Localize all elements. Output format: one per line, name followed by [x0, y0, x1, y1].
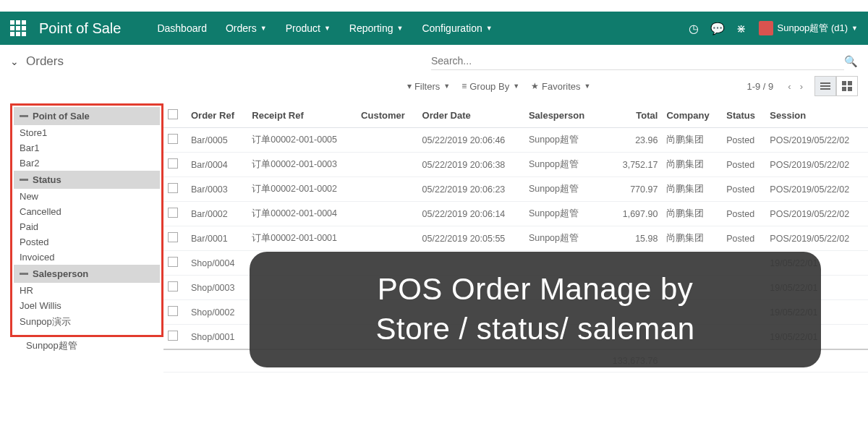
column-header[interactable]: Receipt Ref: [247, 103, 357, 128]
nav-item-orders[interactable]: Orders▼: [218, 18, 274, 38]
row-checkbox[interactable]: [168, 208, 178, 218]
cell: Bar/0002: [187, 202, 247, 226]
cell: POS/2019/05/22/02: [765, 202, 868, 226]
overlay-line2: Store / status/ saleman: [375, 310, 694, 349]
sidebar-item[interactable]: Bar2: [14, 156, 160, 171]
row-checkbox[interactable]: [168, 183, 178, 193]
column-header[interactable]: Order Ref: [187, 103, 247, 128]
sidebar-item[interactable]: Invoiced: [14, 250, 160, 265]
apps-icon[interactable]: [10, 20, 26, 36]
nav-item-reporting[interactable]: Reporting▼: [342, 18, 411, 38]
row-checkbox[interactable]: [168, 281, 178, 292]
sidebar-item[interactable]: Cancelled: [14, 204, 160, 219]
cell: Posted: [722, 153, 765, 177]
collapse-icon: [20, 115, 28, 117]
table-row[interactable]: Bar/0002订单00002-001-000405/22/2019 20:06…: [163, 202, 868, 226]
select-all-checkbox[interactable]: [168, 109, 178, 119]
table-row[interactable]: Bar/0003订单00002-001-000205/22/2019 20:06…: [163, 177, 868, 202]
collapse-icon[interactable]: ⌄: [10, 56, 19, 67]
cell: 05/22/2019 20:06:38: [418, 153, 524, 177]
page-title: Orders: [26, 54, 64, 69]
sidebar-item[interactable]: Paid: [14, 219, 160, 234]
cell: 尚鹏集团: [662, 128, 722, 153]
list-view-button[interactable]: [814, 76, 836, 96]
filters-button[interactable]: ▾Filters▼: [407, 81, 450, 92]
search-icon[interactable]: 🔍: [844, 55, 858, 68]
sidebar-item[interactable]: Sunpop超管: [10, 337, 163, 354]
pager-text: 1-9 / 9: [746, 81, 773, 92]
cell: Posted: [722, 177, 765, 202]
search-input[interactable]: [431, 52, 844, 70]
cell: 订单00002-001-0003: [247, 153, 357, 177]
column-header[interactable]: Salesperson: [524, 103, 600, 128]
column-header[interactable]: Total: [600, 103, 663, 128]
cell: 订单00002-001-0005: [247, 128, 357, 153]
cell: [357, 202, 418, 226]
kanban-view-button[interactable]: [836, 76, 858, 96]
cell: Sunpop超管: [524, 202, 600, 226]
nav-item-configuration[interactable]: Configuration▼: [414, 18, 499, 38]
top-navbar: Point of Sale DashboardOrders▼Product▼Re…: [0, 12, 868, 45]
row-checkbox[interactable]: [168, 306, 178, 316]
sidebar-item[interactable]: New: [14, 189, 160, 204]
cell: 尚鹏集团: [662, 226, 722, 251]
avatar-icon: [759, 21, 773, 35]
clock-icon[interactable]: ◷: [689, 22, 699, 35]
favorites-button[interactable]: ★Favorites▼: [531, 81, 590, 92]
sidebar-item[interactable]: Store1: [14, 125, 160, 140]
cell: Posted: [722, 226, 765, 251]
cell: [357, 128, 418, 153]
list-view-icon: [820, 82, 830, 90]
column-header[interactable]: Status: [722, 103, 765, 128]
sidebar-group-header[interactable]: Point of Sale: [14, 107, 160, 125]
bug-icon[interactable]: ⋇: [736, 22, 746, 35]
chat-icon[interactable]: 💬: [710, 22, 725, 35]
overlay-line1: POS Order Manage by: [378, 270, 694, 310]
nav-item-product[interactable]: Product▼: [278, 18, 338, 38]
cell: 3,752.17: [600, 153, 663, 177]
cell: 770.97: [600, 177, 663, 202]
cell: 05/22/2019 20:06:46: [418, 128, 524, 153]
cell: 05/22/2019 20:06:23: [418, 177, 524, 202]
cell: POS/2019/05/22/02: [765, 226, 868, 251]
cell: POS/2019/05/22/02: [765, 153, 868, 177]
cell: Posted: [722, 202, 765, 226]
column-header[interactable]: Order Date: [418, 103, 524, 128]
sidebar-item[interactable]: Joel Willis: [14, 298, 160, 313]
sidebar: Point of SaleStore1Bar1Bar2StatusNewCanc…: [0, 103, 163, 373]
sidebar-group-header[interactable]: Salesperson: [14, 265, 160, 283]
row-checkbox[interactable]: [168, 134, 178, 144]
sidebar-item[interactable]: Posted: [14, 234, 160, 250]
column-header[interactable]: Company: [662, 103, 722, 128]
row-checkbox[interactable]: [168, 257, 178, 267]
pager-prev[interactable]: ‹: [783, 81, 795, 92]
cell: 1,697.90: [600, 202, 663, 226]
cell: 尚鹏集团: [662, 202, 722, 226]
user-menu[interactable]: Sunpop超管 (d1) ▼: [759, 21, 858, 35]
table-row[interactable]: Bar/0001订单00002-001-000105/22/2019 20:05…: [163, 226, 868, 251]
sidebar-group-header[interactable]: Status: [14, 171, 160, 189]
column-header[interactable]: Customer: [357, 103, 418, 128]
sidebar-item[interactable]: Bar1: [14, 140, 160, 156]
table-row[interactable]: Bar/0004订单00002-001-000305/22/2019 20:06…: [163, 153, 868, 177]
cell: Shop/0004: [187, 251, 247, 276]
caret-down-icon: ▼: [397, 25, 404, 32]
row-checkbox[interactable]: [168, 158, 178, 169]
collapse-icon: [20, 179, 28, 181]
nav-item-dashboard[interactable]: Dashboard: [150, 18, 214, 38]
brand-title: Point of Sale: [39, 20, 121, 37]
cell: Bar/0001: [187, 226, 247, 251]
sidebar-item[interactable]: Sunpop演示: [14, 313, 160, 331]
column-header[interactable]: Session: [765, 103, 868, 128]
pager-next[interactable]: ›: [796, 81, 807, 92]
groupby-button[interactable]: ≡Group By▼: [461, 81, 519, 92]
cell: Sunpop超管: [524, 226, 600, 251]
cell: [357, 177, 418, 202]
cell: 05/22/2019 20:06:14: [418, 202, 524, 226]
table-row[interactable]: Bar/0005订单00002-001-000505/22/2019 20:06…: [163, 128, 868, 153]
row-checkbox[interactable]: [168, 232, 178, 242]
cell: [357, 226, 418, 251]
cell: POS/2019/05/22/02: [765, 177, 868, 202]
row-checkbox[interactable]: [168, 331, 178, 341]
sidebar-item[interactable]: HR: [14, 283, 160, 298]
